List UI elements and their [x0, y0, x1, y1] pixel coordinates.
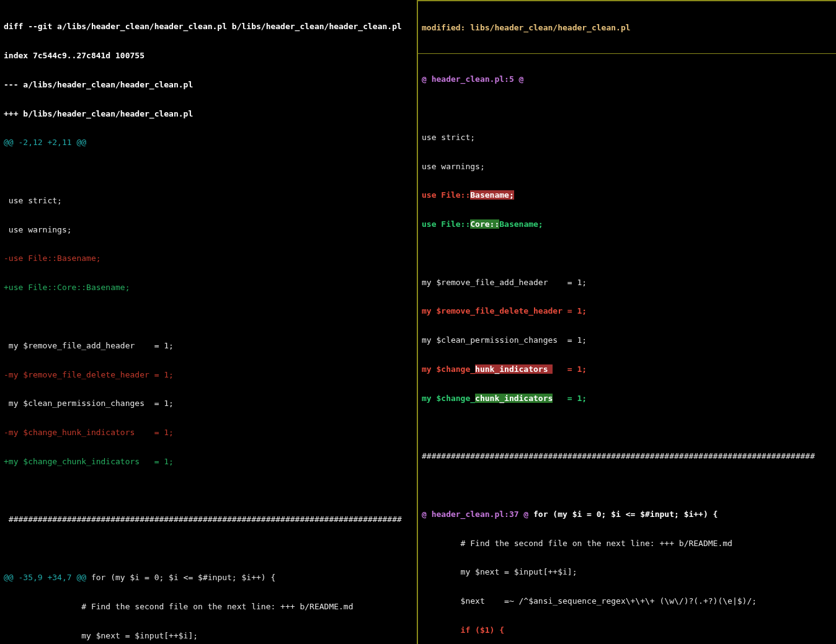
diff-line: $next =~ /^$ansi_sequence_regex\+\+\+ (\… — [422, 596, 832, 606]
diff-line — [422, 249, 832, 258]
hunk-header: @@ -35,9 +34,7 @@ for (my $i = 0; $i <= … — [4, 573, 413, 583]
hunk-header: @ header_clean.pl:37 @ for (my $i = 0; $… — [422, 509, 832, 519]
diff-line: # Find the second file on the next line:… — [4, 602, 413, 612]
diff-line: ########################################… — [422, 451, 832, 461]
file-header: modified: libs/header_clean/header_clean… — [422, 23, 832, 33]
diff-line: use warnings; — [422, 162, 832, 172]
diff-line — [4, 167, 413, 177]
right-pane[interactable]: modified: libs/header_clean/header_clean… — [418, 0, 836, 644]
diff-line-added: use File::Core::Basename; — [422, 219, 832, 229]
diff-plus: +++ b/libs/header_clean/header_clean.pl — [4, 109, 413, 119]
diff-line-removed: -use File::Basename; — [4, 254, 413, 263]
diff-line — [4, 312, 413, 322]
diff-line-added: my $change_chunk_indicators = 1; — [422, 394, 832, 404]
diff-line-removed: my $change_hunk_indicators = 1; — [422, 364, 832, 374]
diff-line — [4, 486, 413, 496]
diff-line-removed: -my $change_hunk_indicators = 1; — [4, 428, 413, 438]
diff-line: my $remove_file_add_header = 1; — [422, 278, 832, 288]
diff-header: diff --git a/libs/header_clean/header_cl… — [4, 22, 413, 32]
separator — [418, 53, 836, 54]
diff-line: my $clean_permission_changes = 1; — [4, 399, 413, 408]
diff-line: my $remove_file_add_header = 1; — [4, 341, 413, 351]
diff-line: my $next = $input[++$i]; — [4, 631, 413, 641]
diff-line: use strict; — [4, 196, 413, 206]
diff-line: my $clean_permission_changes = 1; — [422, 335, 832, 345]
diff-line-added: +use File::Core::Basename; — [4, 283, 413, 293]
diff-line — [4, 544, 413, 554]
diff-line-added: +my $change_chunk_indicators = 1; — [4, 457, 413, 467]
diff-line — [422, 104, 832, 113]
hunk-header: @ header_clean.pl:5 @ — [422, 74, 832, 84]
diff-line-removed: my $remove_file_delete_header = 1; — [422, 306, 832, 316]
diff-line — [422, 423, 832, 433]
diff-line-removed: -my $remove_file_delete_header = 1; — [4, 370, 413, 380]
hunk-header: @@ -2,12 +2,11 @@ — [4, 138, 413, 148]
diff-line: use warnings; — [4, 225, 413, 235]
diff-line: use strict; — [422, 133, 832, 143]
diff-line-removed: if ($1) { — [422, 625, 832, 635]
diff-line: # Find the second file on the next line:… — [422, 539, 832, 549]
diff-line: ########################################… — [4, 514, 413, 524]
diff-line-removed: use File::Basename; — [422, 190, 832, 200]
split-view: diff --git a/libs/header_clean/header_cl… — [0, 0, 836, 644]
diff-minus: --- a/libs/header_clean/header_clean.pl — [4, 80, 413, 90]
diff-line — [422, 480, 832, 490]
diff-index: index 7c544c9..27c841d 100755 — [4, 51, 413, 61]
diff-line: my $next = $input[++$i]; — [422, 567, 832, 577]
left-pane[interactable]: diff --git a/libs/header_clean/header_cl… — [0, 0, 418, 644]
